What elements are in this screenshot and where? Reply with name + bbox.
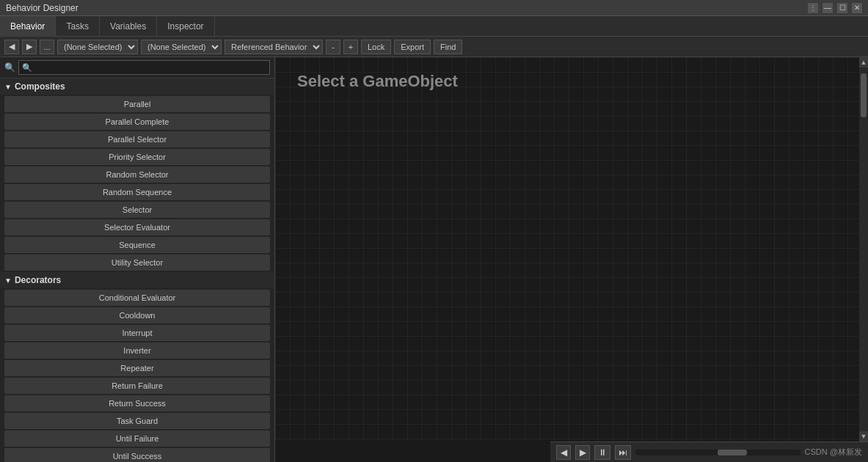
list-item[interactable]: Until Success [4, 448, 270, 462]
vertical-scrollbar[interactable]: ▲ ▼ [859, 57, 868, 441]
fast-forward-button[interactable]: ⏭ [615, 445, 631, 460]
list-item[interactable]: Cooldown [4, 307, 270, 323]
right-panel: ▲ ▼ Select a GameObject ◀ ▶ ⏸ ⏭ CSDN @林新… [275, 57, 868, 462]
composites-header[interactable]: ▼ Composites [0, 78, 274, 95]
credit-text: CSDN @林新发 [805, 447, 862, 458]
tab-bar: Behavior Tasks Variables Inspector [0, 16, 868, 37]
decorators-label: Decorators [15, 275, 61, 285]
list-item[interactable]: Until Failure [4, 430, 270, 447]
graph-area[interactable]: Select a GameObject [275, 57, 868, 441]
minus-button[interactable]: - [326, 40, 340, 54]
none-selected-2[interactable]: (None Selected) [141, 40, 222, 54]
list-item[interactable]: Return Failure [4, 378, 270, 394]
play-button[interactable]: ▶ [575, 445, 590, 460]
lock-button[interactable]: Lock [361, 40, 391, 54]
search-icon: 🔍 [4, 62, 15, 73]
list-item[interactable]: Parallel [4, 96, 270, 112]
horizontal-scroll-thumb [718, 450, 747, 455]
bottom-bar: ◀ ▶ ⏸ ⏭ CSDN @林新发 [550, 441, 868, 462]
list-item[interactable]: Task Guard [4, 413, 270, 429]
pause-button[interactable]: ⏸ [594, 445, 610, 460]
menu-button[interactable]: ⋮ [808, 3, 818, 13]
list-item[interactable]: Random Sequence [4, 184, 270, 200]
list-item[interactable]: Interrupt [4, 325, 270, 341]
list-item[interactable]: Utility Selector [4, 254, 270, 271]
scroll-up-button[interactable]: ▲ [859, 57, 868, 67]
graph-hint: Select a GameObject [297, 72, 458, 91]
search-bar: 🔍 [0, 57, 274, 78]
horizontal-scroll-track[interactable] [635, 450, 800, 455]
list-item[interactable]: Parallel Selector [4, 131, 270, 147]
left-panel: 🔍 ▼ Composites Parallel Parallel Complet… [0, 57, 275, 462]
find-button[interactable]: Find [434, 40, 462, 54]
composites-label: Composites [15, 81, 65, 92]
tab-behavior[interactable]: Behavior [0, 16, 56, 37]
decorators-arrow: ▼ [4, 276, 12, 285]
composites-arrow: ▼ [4, 83, 12, 91]
title-bar-controls: ⋮ — ☐ ✕ [808, 3, 862, 13]
list-item[interactable]: Selector Evaluator [4, 219, 270, 235]
title-bar: Behavior Designer ⋮ — ☐ ✕ [0, 0, 868, 16]
list-item[interactable]: Selector [4, 202, 270, 218]
search-input[interactable] [18, 60, 270, 75]
list-item[interactable]: Return Success [4, 395, 270, 411]
rewind-button[interactable]: ◀ [556, 445, 571, 460]
tab-tasks[interactable]: Tasks [56, 16, 100, 37]
list-item[interactable]: Priority Selector [4, 149, 270, 165]
toolbar: ◀ ▶ ... (None Selected) (None Selected) … [0, 37, 868, 57]
list-item[interactable]: Inverter [4, 342, 270, 359]
list-item[interactable]: Repeater [4, 360, 270, 376]
prev-button[interactable]: ◀ [4, 40, 19, 54]
close-button[interactable]: ✕ [852, 3, 862, 13]
list-item[interactable]: Parallel Complete [4, 114, 270, 130]
referenced-behavior-select[interactable]: Referenced Behavior [225, 40, 323, 54]
main-content: 🔍 ▼ Composites Parallel Parallel Complet… [0, 57, 868, 462]
export-button[interactable]: Export [394, 40, 431, 54]
decorators-header[interactable]: ▼ Decorators [0, 272, 274, 288]
dots-button[interactable]: ... [40, 40, 54, 54]
list-item[interactable]: Conditional Evaluator [4, 290, 270, 306]
none-selected-1[interactable]: (None Selected) [57, 40, 138, 54]
minimize-button[interactable]: — [823, 3, 833, 13]
tab-variables[interactable]: Variables [100, 16, 157, 37]
next-button[interactable]: ▶ [22, 40, 37, 54]
tab-inspector[interactable]: Inspector [157, 16, 214, 37]
scroll-down-button[interactable]: ▼ [859, 431, 868, 441]
left-scroll[interactable]: ▼ Composites Parallel Parallel Complete … [0, 78, 274, 462]
app-title: Behavior Designer [6, 3, 79, 13]
maximize-button[interactable]: ☐ [837, 3, 847, 13]
plus-button[interactable]: + [343, 40, 358, 54]
scroll-thumb-v [861, 73, 867, 117]
list-item[interactable]: Random Selector [4, 166, 270, 183]
list-item[interactable]: Sequence [4, 237, 270, 253]
